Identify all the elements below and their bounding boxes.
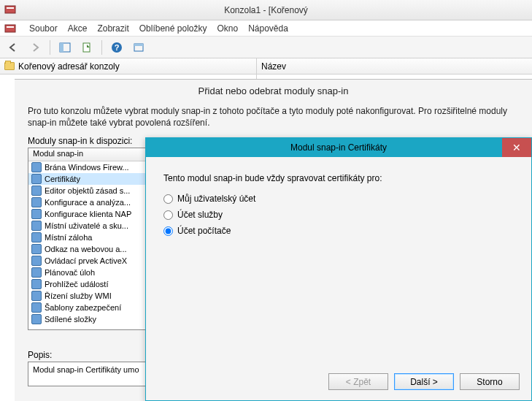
menu-favorites[interactable]: Oblíbené položky (139, 23, 207, 34)
snapin-list-item[interactable]: Certifikáty (28, 173, 153, 185)
svg-rect-1 (7, 7, 14, 9)
radio-computer-account[interactable]: Účet počítače (163, 223, 514, 239)
available-snapins-list[interactable]: Modul snap-in Brána Windows Firew...Cert… (28, 148, 153, 330)
snapin-list-item[interactable]: Editor objektů zásad s... (28, 185, 153, 196)
tree-root-label: Kořenový adresář konzoly (18, 61, 120, 72)
radio-computer-input[interactable] (163, 226, 173, 236)
close-button[interactable]: ✕ (502, 138, 531, 157)
snapin-item-label: Sdílené složky (45, 315, 96, 324)
snapin-item-icon (31, 174, 42, 184)
snapin-list-item[interactable]: Sdílené složky (28, 313, 153, 325)
snapin-item-icon (31, 314, 42, 324)
radio-user-input[interactable] (163, 194, 173, 204)
menu-action[interactable]: Akce (68, 23, 88, 34)
snapin-item-label: Editor objektů zásad s... (45, 186, 130, 195)
certificates-snapin-wizard: Modul snap-in Certifikáty ✕ Tento modul … (145, 137, 532, 401)
snapin-list-item[interactable]: Místní uživatelé a sku... (28, 220, 153, 232)
snapin-list-item[interactable]: Brána Windows Firew... (28, 161, 153, 173)
window-titlebar: Konzola1 - [Kořenový (0, 0, 532, 20)
radio-user-account[interactable]: Můj uživatelský účet (163, 191, 514, 207)
app-icon-small (4, 23, 16, 34)
menu-file[interactable]: Soubor (29, 23, 58, 34)
workspace: Kořenový adresář konzoly Název (0, 58, 532, 79)
snapin-item-label: Konfigurace a analýza... (45, 198, 131, 207)
wizard-button-row: < Zpět Další > Storno (328, 373, 520, 390)
forward-button[interactable] (26, 39, 44, 56)
snapin-list-item[interactable]: Ovládací prvek ActiveX (28, 255, 153, 267)
next-button[interactable]: Další > (394, 373, 454, 390)
snapin-list-item[interactable]: Konfigurace klienta NAP (28, 208, 153, 220)
snapin-list-item[interactable]: Prohlížeč událostí (28, 278, 153, 290)
snapin-item-label: Řízení služby WMI (45, 291, 112, 300)
radio-service-input[interactable] (163, 210, 173, 220)
snapin-item-label: Certifikáty (45, 175, 80, 183)
radio-computer-label: Účet počítače (177, 226, 231, 236)
radio-service-label: Účet služby (177, 210, 223, 220)
account-radio-group: Můj uživatelský účet Účet služby Účet po… (163, 191, 514, 239)
snapin-item-icon (31, 279, 42, 289)
show-hide-tree-button[interactable] (56, 39, 74, 56)
svg-rect-0 (5, 6, 15, 13)
snapin-item-icon (31, 186, 42, 196)
help-button[interactable]: ? (108, 39, 126, 56)
snapin-list-item[interactable]: Místní záloha (28, 232, 153, 243)
snapin-item-icon (31, 267, 42, 278)
toolbar: ? (0, 37, 532, 58)
snapin-item-icon (31, 244, 42, 254)
svg-text:?: ? (115, 43, 120, 52)
list-panel: Název (257, 58, 532, 79)
close-icon: ✕ (512, 142, 521, 153)
snapin-list-item[interactable]: Šablony zabezpečení (28, 302, 153, 313)
snapin-dialog-title: Přidat nebo odebrat moduly snap-in (15, 80, 532, 101)
export-list-button[interactable] (78, 39, 96, 56)
back-button: < Zpět (328, 373, 388, 390)
snapin-item-label: Místní uživatelé a sku... (45, 221, 128, 230)
toolbar-separator (50, 40, 50, 55)
snapin-item-icon (31, 209, 42, 219)
svg-rect-10 (134, 44, 143, 46)
menu-window[interactable]: Okno (217, 23, 238, 34)
svg-rect-2 (5, 25, 15, 32)
snapin-list-item[interactable]: Řízení služby WMI (28, 290, 153, 302)
snapin-item-icon (31, 221, 42, 231)
new-window-button[interactable] (130, 39, 147, 56)
cancel-button[interactable]: Storno (460, 373, 520, 390)
menu-help[interactable]: Nápověda (248, 23, 288, 34)
svg-rect-3 (7, 26, 14, 28)
window-title: Konzola1 - [Kořenový (224, 5, 308, 15)
snapin-dialog-description: Pro tuto konzolu můžete vybrat moduly sn… (15, 101, 532, 136)
tree-panel: Kořenový adresář konzoly (0, 58, 257, 79)
snapin-item-icon (31, 162, 42, 172)
snapin-item-icon (31, 302, 42, 313)
cert-dialog-title: Modul snap-in Certifikáty (290, 142, 387, 153)
snapin-item-label: Ovládací prvek ActiveX (45, 256, 127, 265)
radio-service-account[interactable]: Účet služby (163, 207, 514, 223)
snapin-item-icon (31, 232, 42, 242)
back-button[interactable] (4, 39, 22, 56)
snapin-item-label: Konfigurace klienta NAP (45, 210, 131, 218)
cert-intro-text: Tento modul snap-in bude vždy spravovat … (163, 173, 514, 183)
app-icon (4, 4, 16, 15)
snapin-column-header[interactable]: Modul snap-in (28, 148, 153, 161)
tree-root[interactable]: Kořenový adresář konzoly (0, 58, 256, 75)
snapin-item-label: Prohlížeč událostí (45, 280, 108, 289)
snapin-item-label: Brána Windows Firew... (45, 163, 129, 172)
snapin-item-icon (31, 291, 42, 301)
radio-user-label: Můj uživatelský účet (177, 194, 255, 204)
cert-dialog-titlebar: Modul snap-in Certifikáty ✕ (146, 138, 531, 157)
svg-rect-5 (60, 43, 63, 52)
snapin-list-item[interactable]: Konfigurace a analýza... (28, 196, 153, 208)
list-column-name[interactable]: Název (257, 58, 532, 75)
snapin-item-icon (31, 256, 42, 266)
menu-view[interactable]: Zobrazit (97, 23, 128, 34)
menubar: Soubor Akce Zobrazit Oblíbené položky Ok… (0, 20, 532, 37)
snapin-item-icon (31, 197, 42, 207)
snapin-list-item[interactable]: Plánovač úloh (28, 267, 153, 278)
toolbar-separator (101, 40, 102, 55)
snapin-item-label: Místní záloha (45, 233, 92, 242)
folder-icon (4, 62, 15, 70)
snapin-list-item[interactable]: Odkaz na webovou a... (28, 243, 153, 255)
snapin-description-section: Popis: Modul snap-in Certifikáty umo (28, 350, 153, 386)
cert-dialog-body: Tento modul snap-in bude vždy spravovat … (146, 157, 531, 255)
snapin-item-label: Šablony zabezpečení (45, 303, 121, 312)
